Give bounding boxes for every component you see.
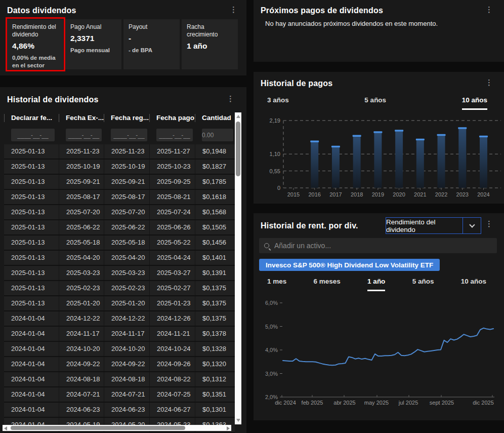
metric-dropdown[interactable]: Rendimiento del dividendo xyxy=(386,217,481,234)
stat-cards: Rendimiento del dividendo4,86%0,00% de m… xyxy=(7,19,238,69)
table-cell: $0,1375 xyxy=(195,311,235,326)
svg-text:jul 2025: jul 2025 xyxy=(398,400,418,406)
table-cell: 2024-01-04 xyxy=(4,311,59,326)
stat-card[interactable]: Rendimiento del dividendo4,86%0,00% de m… xyxy=(7,19,63,69)
stat-card-sub: 0,00% de media en el sector xyxy=(12,54,58,69)
table-cell: 2025-03-23 xyxy=(104,266,149,280)
tab-3-años[interactable]: 3 años xyxy=(267,96,289,110)
column-header[interactable]: Fecha reg... xyxy=(104,110,149,126)
stat-card[interactable]: Payout-- de BPA xyxy=(123,19,180,69)
scroll-right-icon[interactable] xyxy=(227,426,230,430)
table-cell: 2025-04-24 xyxy=(149,251,195,265)
panel-dividend-history: Historial de dividendos ⋮ Declarar fe...… xyxy=(0,87,246,433)
table-cell: $0,1948 xyxy=(195,144,235,159)
svg-text:2020: 2020 xyxy=(393,191,405,198)
svg-text:2016: 2016 xyxy=(308,191,320,198)
table-cell: 2024-11-17 xyxy=(104,327,149,341)
kebab-menu-icon[interactable]: ⋮ xyxy=(483,6,495,13)
amount-filter-input[interactable] xyxy=(202,129,233,141)
kebab-menu-icon[interactable]: ⋮ xyxy=(225,95,236,102)
table-row: 2025-01-132025-01-202025-01-202025-01-23… xyxy=(4,296,235,311)
yield-history-line-chart: 6,0%5,0%4,0%3,0%2,0%dic 2024feb 2025abr … xyxy=(254,299,504,413)
search-icon xyxy=(264,243,269,248)
table-row: 2025-01-132025-10-192025-10-192025-10-23… xyxy=(4,160,235,175)
table-cell: $0,1320 xyxy=(195,357,235,371)
table-cell: 2024-12-22 xyxy=(104,311,149,326)
table-row: 2025-01-132025-11-232025-11-232025-11-27… xyxy=(4,144,235,160)
scroll-up-icon[interactable] xyxy=(236,115,240,118)
kebab-menu-icon[interactable]: ⋮ xyxy=(483,220,495,227)
table-row: 2025-01-132025-07-202025-07-202025-07-24… xyxy=(4,205,235,220)
table-cell: 2025-02-23 xyxy=(59,281,104,295)
table-cell: $0,1827 xyxy=(195,160,235,174)
asset-chip[interactable]: Invesco S&P 500® High Dividend Low Volat… xyxy=(259,259,440,271)
tab-10-años[interactable]: 10 años xyxy=(462,96,487,110)
table-cell: 2025-01-13 xyxy=(4,266,59,280)
payout-range-tabs: 3 años5 años10 años xyxy=(254,96,504,110)
date-filter-input[interactable] xyxy=(11,129,55,141)
table-cell: $0,1785 xyxy=(195,175,235,189)
add-asset-searchbar[interactable] xyxy=(259,238,497,253)
table-cell: 2024-11-17 xyxy=(59,327,104,341)
table-cell: $0,1568 xyxy=(195,205,235,219)
add-asset-input[interactable] xyxy=(274,242,492,250)
date-filter-input[interactable] xyxy=(111,129,147,141)
payout-history-bar-chart: 2,191,100,550201520162017201820192020202… xyxy=(254,115,504,202)
table-cell: 2024-09-22 xyxy=(104,357,149,371)
kebab-menu-icon[interactable]: ⋮ xyxy=(483,79,495,86)
kebab-menu-icon[interactable]: ⋮ xyxy=(228,6,239,13)
table-cell: 2024-07-21 xyxy=(104,387,149,402)
tab-1-mes[interactable]: 1 mes xyxy=(267,278,286,291)
table-cell: 2025-01-20 xyxy=(59,296,104,310)
table-cell: 2025-06-26 xyxy=(149,220,195,234)
stat-card[interactable]: Pago Anual2,3371Pago mensual xyxy=(65,19,121,69)
table-row: 2025-01-132025-05-182025-05-182025-05-22… xyxy=(4,235,235,251)
date-filter-input[interactable] xyxy=(156,129,193,141)
column-header[interactable]: Declarar fe... xyxy=(4,110,59,126)
horizontal-scrollbar[interactable] xyxy=(3,425,231,431)
table-cell: 2025-01-13 xyxy=(4,235,59,250)
table-cell: 2024-01-04 xyxy=(4,342,59,356)
chevron-down-icon[interactable] xyxy=(463,218,481,233)
table-cell: 2025-09-21 xyxy=(59,175,104,189)
table-cell: $0,1328 xyxy=(195,342,235,356)
vertical-scrollbar[interactable] xyxy=(235,112,241,424)
table-filter-row xyxy=(4,126,235,144)
table-cell: 2024-11-21 xyxy=(149,327,195,341)
table-cell: 2025-01-13 xyxy=(4,144,59,159)
tab-5-años[interactable]: 5 años xyxy=(412,278,434,291)
table-cell: 2025-11-23 xyxy=(104,144,149,159)
table-row: 2024-01-042024-11-172024-11-172024-11-21… xyxy=(4,327,235,342)
panel-title-dividend-data: Datos dividendos xyxy=(7,6,76,15)
svg-text:3,0%: 3,0% xyxy=(265,371,278,377)
no-upcoming-dividends-message: No hay anunciados próximos dividendos en… xyxy=(265,20,438,27)
tab-1-año[interactable]: 1 año xyxy=(367,278,385,291)
column-header[interactable]: Fecha Ex-... xyxy=(59,110,104,126)
table-cell: $0,1312 xyxy=(195,372,235,386)
vertical-scrollbar-thumb[interactable] xyxy=(236,122,240,176)
table-cell: 2024-12-22 xyxy=(59,311,104,326)
table-cell: 2024-12-26 xyxy=(149,311,195,326)
table-cell: 2024-01-04 xyxy=(4,403,59,417)
table-cell: 2025-02-27 xyxy=(149,281,195,295)
horizontal-scrollbar-thumb[interactable] xyxy=(11,426,185,430)
date-filter-input[interactable] xyxy=(66,129,102,141)
table-cell: $0,1391 xyxy=(195,266,235,280)
column-header[interactable]: Fecha pago xyxy=(149,110,195,126)
tab-10-años[interactable]: 10 años xyxy=(461,278,486,291)
tab-6-meses[interactable]: 6 meses xyxy=(314,278,341,291)
stat-card[interactable]: Racha crecimiento1 año xyxy=(182,19,238,69)
table-cell: 2024-01-04 xyxy=(4,327,59,341)
table-row: 2024-01-042024-08-182024-08-182024-08-22… xyxy=(4,372,235,387)
table-cell: $0,1401 xyxy=(195,251,235,265)
table-cell: 2025-09-21 xyxy=(104,175,149,189)
scroll-down-icon[interactable] xyxy=(236,419,240,422)
scroll-left-icon[interactable] xyxy=(4,426,7,430)
table-cell: 2025-06-22 xyxy=(104,220,149,234)
panel-yield-history: Historial de rent. por div. Rendimiento … xyxy=(254,213,504,420)
column-header[interactable]: Cantidad xyxy=(195,110,235,126)
stat-card-value: 1 año xyxy=(187,42,233,51)
tab-5-años[interactable]: 5 años xyxy=(364,96,386,110)
table-cell: 2024-08-18 xyxy=(59,372,104,386)
panel-title-yield-history: Historial de rent. por div. xyxy=(261,221,358,230)
